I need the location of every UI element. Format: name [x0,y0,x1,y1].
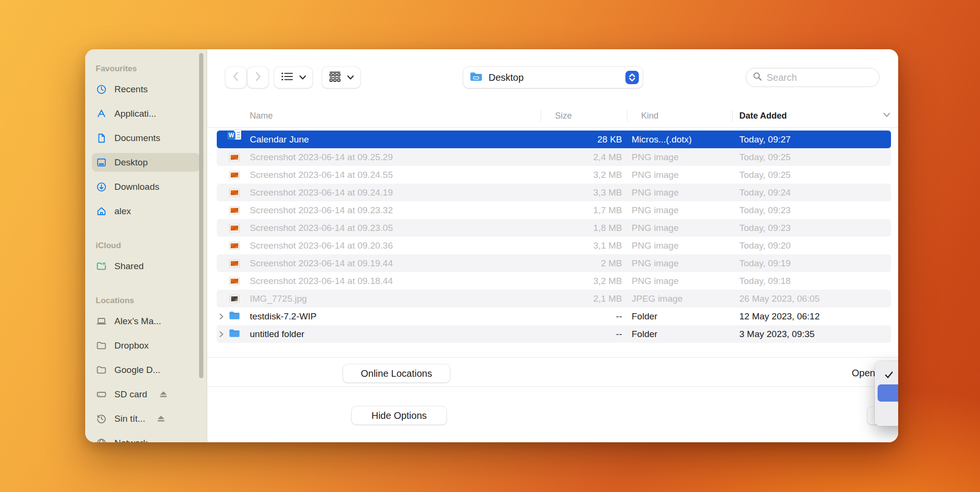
screenshot-thumb-icon [230,260,239,267]
sidebar-item-network[interactable]: Network [96,431,207,442]
disclosure-chevron-icon[interactable] [219,313,224,320]
sidebar-item-sd-card[interactable]: SD card [96,382,207,406]
column-header-date-added[interactable]: Date Added [739,111,787,121]
file-kind: PNG image [632,258,679,269]
file-date-added: Today, 09:23 [739,223,791,233]
appstore-icon [96,108,107,120]
sidebar-section: FavouritesRecentsApplicati...DocumentsDe… [96,63,207,223]
column-header-size[interactable]: Size [555,111,572,121]
screenshot-thumb-icon [230,153,239,161]
sidebar-item-applicati[interactable]: Applicati... [96,101,207,126]
sidebar-item-label: Network [114,438,148,443]
file-size: 2,4 MB [526,152,622,163]
sidebar-item-label: Shared [114,261,144,272]
sort-direction-chevron-icon[interactable] [883,112,891,118]
disclosure-chevron-icon[interactable] [219,330,224,338]
file-date-added: Today, 09:25 [739,170,791,180]
menu-item-recover-text[interactable]: Recover Text [878,403,898,420]
hide-options-button[interactable]: Hide Options [352,406,446,425]
file-date-added: Today, 09:20 [739,241,791,251]
open-dialog-window: FavouritesRecentsApplicati...DocumentsDe… [85,49,898,442]
column-header-kind[interactable]: Kind [641,111,658,121]
screenshot-thumb-icon [230,207,239,214]
sidebar-section: iCloudShared [96,240,207,278]
file-date-added: Today, 09:25 [739,152,791,163]
document-icon [96,132,107,144]
online-locations-label: Online Locations [361,368,432,379]
popup-stepper-icon [625,71,639,84]
sidebar-item-alex-s-ma[interactable]: Alex’s Ma... [96,309,207,333]
sidebar-scrollbar[interactable] [199,53,203,378]
sidebar-item-documents[interactable]: Documents [96,126,207,150]
file-name: Screenshot 2023-06-14 at 09.19.44 [250,258,393,269]
hide-options-label: Hide Options [371,410,427,421]
sidebar-item-label: Applicati... [114,109,156,119]
file-kind: JPEG image [632,294,683,304]
file-date-added: 26 May 2023, 06:05 [739,294,820,304]
download-circle-icon [96,181,107,193]
main-pane: Desktop Name Size Kind Date Added [207,49,898,442]
file-name: Calendar June [250,134,309,145]
eject-icon[interactable] [157,415,165,422]
forward-button[interactable] [247,67,268,88]
menu-item-original[interactable]: Original [878,366,898,383]
column-separator[interactable] [732,110,733,121]
group-view-button[interactable] [322,67,360,88]
sidebar-section: LocationsAlex’s Ma...DropboxGoogle D...S… [96,295,207,442]
sidebar-section-label: Favourites [96,63,207,77]
file-size: 2 MB [526,258,622,269]
chevron-down-icon [347,73,354,82]
footer-divider [207,357,898,358]
sidebar-item-google-d[interactable]: Google D... [96,358,207,382]
file-name: testdisk-7.2-WIP [250,311,316,322]
header-divider [207,127,898,128]
column-separator[interactable] [541,110,541,121]
sidebar-item-label: Sin tít... [114,414,145,424]
location-popup-value: Desktop [489,72,625,83]
file-row: Screenshot 2023-06-14 at 09.24.193,3 MBP… [217,184,891,201]
list-view-button[interactable] [274,67,312,88]
photo-thumb-icon [230,295,239,302]
sidebar-item-dropbox[interactable]: Dropbox [96,333,207,358]
sidebar-item-shared[interactable]: Shared [96,254,207,278]
shared-folder-icon [96,261,107,272]
sidebar-item-label: Recents [114,84,148,95]
location-popup[interactable]: Desktop [463,67,643,88]
sidebar-item-alex[interactable]: alex [96,199,207,223]
folder-outline-icon [96,364,107,376]
search-field[interactable] [746,68,880,87]
sidebar-item-sin-t-t[interactable]: Sin tít... [96,406,207,431]
screenshot-thumb-icon [230,242,239,249]
menu-item-repair[interactable]: Repair [878,384,898,402]
file-kind: Micros...(.dotx) [632,134,692,145]
laptop-icon [96,316,107,327]
sidebar-item-label: alex [114,206,131,217]
file-row: Screenshot 2023-06-14 at 09.20.363,1 MBP… [217,237,891,254]
file-date-added: Today, 09:24 [739,187,791,198]
desktop-icon [96,157,107,168]
screenshot-thumb-icon [230,171,239,178]
file-row[interactable]: untitled folder--Folder3 May 2023, 09:35 [217,325,891,343]
search-input[interactable] [767,72,867,83]
eject-icon[interactable] [159,391,167,398]
online-locations-button[interactable]: Online Locations [343,364,450,383]
file-date-added: 12 May 2023, 06:12 [739,311,820,322]
drive-icon [96,389,107,400]
sidebar-item-downloads[interactable]: Downloads [96,175,207,199]
file-row: Screenshot 2023-06-14 at 09.23.051,8 MBP… [217,219,891,237]
sidebar-item-label: Alex’s Ma... [114,316,161,327]
back-button[interactable] [225,67,246,88]
screenshot-thumb-icon [230,189,239,196]
clock-icon [96,84,107,95]
sidebar-item-recents[interactable]: Recents [96,77,207,101]
open-format-menu: OriginalRepairRecover Text [875,361,898,426]
file-row[interactable]: WCalendar June28 KBMicros...(.dotx)Today… [217,131,891,148]
file-kind: PNG image [632,241,679,251]
column-header-name[interactable]: Name [250,111,273,121]
file-row[interactable]: testdisk-7.2-WIP--Folder12 May 2023, 06:… [217,307,891,325]
check-icon [884,371,895,379]
column-separator[interactable] [627,110,627,121]
file-name: Screenshot 2023-06-14 at 09.20.36 [250,241,393,251]
file-name: untitled folder [250,329,304,339]
sidebar-item-desktop[interactable]: Desktop [96,150,207,175]
